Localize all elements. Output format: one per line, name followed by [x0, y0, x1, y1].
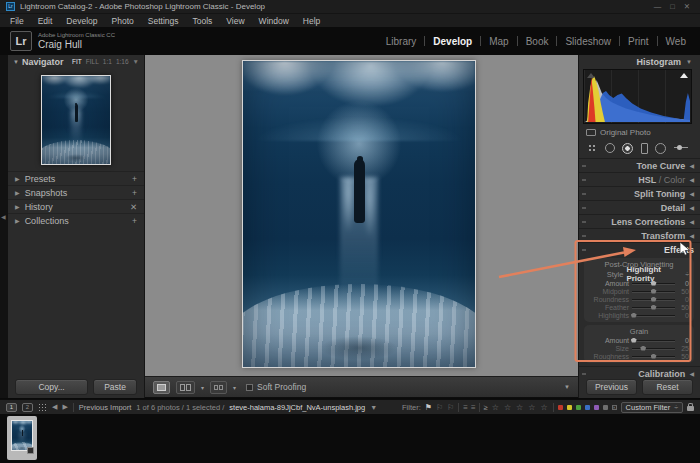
menu-tools[interactable]: Tools	[185, 16, 219, 26]
spot-removal-tool-icon[interactable]	[605, 143, 615, 153]
soft-proofing-toggle[interactable]: Soft Proofing	[246, 382, 306, 392]
presets-disclosure-icon[interactable]: ▶	[15, 175, 20, 182]
collections-disclosure-icon[interactable]: ▶	[15, 217, 20, 224]
star-5-icon[interactable]: ☆	[540, 403, 548, 412]
menu-settings[interactable]: Settings	[141, 16, 186, 26]
adjustment-brush-tool-icon[interactable]	[674, 143, 688, 153]
amount-slider-track[interactable]	[632, 280, 675, 287]
grain-amount-slider-track[interactable]	[632, 337, 675, 344]
menu-edit[interactable]: Edit	[31, 16, 60, 26]
grain-roughness-slider-thumb[interactable]	[651, 354, 657, 359]
panel-hsl-color[interactable]: HSL / Color ◀	[579, 172, 700, 186]
red-eye-tool-icon[interactable]	[622, 143, 633, 154]
lens-corrections-disclosure-icon[interactable]: ◀	[689, 218, 694, 225]
module-develop[interactable]: Develop	[433, 36, 472, 47]
edited-filter-icon[interactable]: ≡	[463, 403, 467, 412]
star-4-icon[interactable]: ☆	[528, 403, 536, 412]
grain-amount-slider-thumb[interactable]	[631, 338, 637, 343]
filter-preset-dropdown[interactable]: Custom Filter ÷	[621, 402, 683, 413]
radial-filter-tool-icon[interactable]	[655, 143, 666, 154]
star-1-icon[interactable]: ☆	[492, 403, 500, 412]
collapse-left-icon[interactable]: ◀	[1, 213, 6, 220]
panel-detail[interactable]: Detail ◀	[579, 200, 700, 214]
transform-disclosure-icon[interactable]: ◀	[689, 232, 694, 239]
soft-proofing-checkbox[interactable]	[246, 384, 253, 391]
history-disclosure-icon[interactable]: ▶	[15, 203, 20, 210]
red-label-chip[interactable]	[558, 405, 563, 410]
navigator-zoom-fit[interactable]: FIT	[72, 58, 82, 65]
menu-photo[interactable]: Photo	[105, 16, 141, 26]
highlight-clipping-icon[interactable]	[680, 73, 688, 78]
feather-slider-thumb[interactable]	[651, 305, 657, 310]
sidebar-item-presets[interactable]: ▶ Presets +	[8, 171, 144, 185]
grain-roughness-slider-track[interactable]	[632, 353, 675, 360]
sidebar-item-history[interactable]: ▶ History ✕	[8, 199, 144, 213]
primary-monitor-button[interactable]: 1	[6, 403, 17, 412]
presets-add-icon[interactable]: +	[132, 174, 137, 184]
go-back-icon[interactable]: ◀	[52, 403, 57, 411]
menu-view[interactable]: View	[219, 16, 251, 26]
menu-window[interactable]: Window	[252, 16, 296, 26]
menu-file[interactable]: File	[3, 16, 31, 26]
module-library[interactable]: Library	[386, 36, 417, 47]
crop-tool-icon[interactable]	[587, 143, 597, 153]
panel-transform[interactable]: Transform ◀	[579, 228, 700, 242]
panel-lens-corrections[interactable]: Lens Corrections ◀	[579, 214, 700, 228]
toolbar-options-caret-icon[interactable]: ▼	[564, 384, 570, 390]
survey-view-caret-icon[interactable]: ▾	[233, 384, 236, 391]
navigator-zoom-fill[interactable]: FILL	[86, 58, 99, 65]
feather-slider-track[interactable]	[632, 304, 675, 311]
filter-lock-icon[interactable]	[687, 406, 694, 411]
style-dropdown-icon[interactable]: ÷	[685, 271, 689, 278]
main-photo[interactable]	[242, 60, 476, 368]
navigator-zoom-ratio[interactable]: 1:16	[116, 58, 129, 65]
flag-unflagged-icon[interactable]: ⚐	[436, 403, 443, 412]
compare-view-caret-icon[interactable]: ▾	[201, 384, 204, 391]
collections-add-icon[interactable]: +	[132, 216, 137, 226]
snapshots-add-icon[interactable]: +	[132, 188, 137, 198]
blue-label-chip[interactable]	[585, 405, 590, 410]
amount-slider-thumb[interactable]	[651, 281, 657, 286]
unedited-filter-icon[interactable]: ≡	[471, 403, 475, 412]
filmstrip-source-menu-icon[interactable]: ▼	[370, 404, 377, 411]
left-panel-collapse-rail[interactable]: ◀	[0, 55, 8, 398]
compare-view-button[interactable]	[176, 381, 195, 394]
maximize-button[interactable]: □	[670, 2, 675, 11]
roundness-slider-track[interactable]	[632, 296, 675, 303]
filmstrip-source[interactable]: Previous Import	[79, 403, 132, 412]
grid-view-icon[interactable]	[38, 403, 47, 412]
panel-effects-header[interactable]: Effects	[579, 242, 700, 256]
roundness-slider-thumb[interactable]	[651, 297, 657, 302]
flag-picked-icon[interactable]: ⚑	[425, 403, 432, 412]
module-print[interactable]: Print	[628, 36, 649, 47]
no-label-chip[interactable]: ✕	[612, 405, 617, 410]
module-map[interactable]: Map	[489, 36, 508, 47]
loupe-view-button[interactable]	[153, 381, 170, 394]
detail-disclosure-icon[interactable]: ◀	[689, 204, 694, 211]
histogram[interactable]	[583, 69, 692, 124]
other-label-chip[interactable]	[603, 405, 608, 410]
star-2-icon[interactable]: ☆	[504, 403, 512, 412]
highlights-slider-thumb[interactable]	[631, 313, 637, 318]
panel-tone-curve[interactable]: Tone Curve ◀	[579, 158, 700, 172]
sidebar-item-snapshots[interactable]: ▶ Snapshots +	[8, 185, 144, 199]
navigator-disclosure-icon[interactable]: ▼	[13, 59, 19, 65]
paste-button[interactable]: Paste	[93, 379, 137, 395]
midpoint-slider-thumb[interactable]	[651, 289, 657, 294]
navigator-zoom-menu-icon[interactable]: ▼	[133, 58, 139, 65]
navigator-header[interactable]: ▼ Navigator FIT FILL 1:1 1:16 ▼	[8, 55, 144, 68]
sidebar-item-collections[interactable]: ▶ Collections +	[8, 213, 144, 227]
hsl-disclosure-icon[interactable]: ◀	[689, 176, 694, 183]
flag-rejected-icon[interactable]: ⚐	[447, 403, 454, 412]
navigator-zoom-1to1[interactable]: 1:1	[103, 58, 112, 65]
snapshots-disclosure-icon[interactable]: ▶	[15, 189, 20, 196]
histogram-header[interactable]: Histogram ▼	[579, 55, 700, 68]
history-clear-icon[interactable]: ✕	[130, 202, 137, 212]
green-label-chip[interactable]	[576, 405, 581, 410]
rating-operator[interactable]: ≥	[484, 403, 488, 412]
tone-curve-disclosure-icon[interactable]: ◀	[689, 162, 694, 169]
module-slideshow[interactable]: Slideshow	[565, 36, 611, 47]
menu-help[interactable]: Help	[296, 16, 327, 26]
panel-split-toning[interactable]: Split Toning ◀	[579, 186, 700, 200]
graduated-filter-tool-icon[interactable]	[641, 143, 648, 154]
